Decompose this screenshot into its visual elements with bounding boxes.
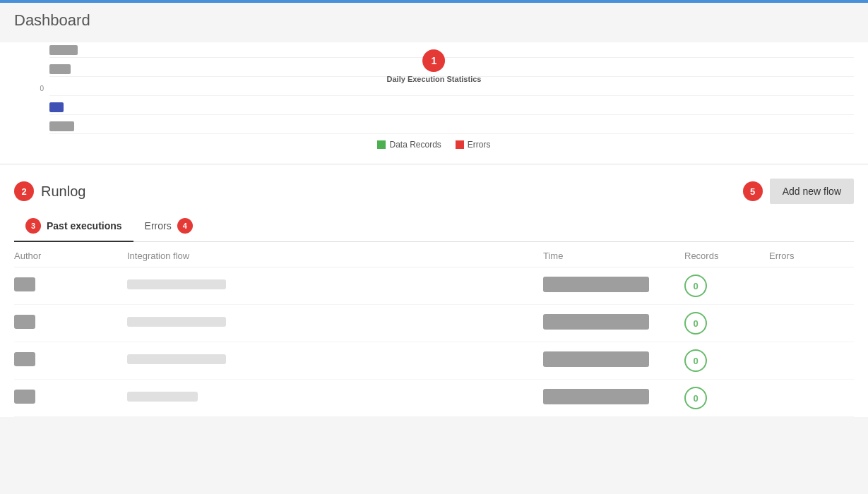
table-row: 0	[14, 380, 854, 417]
errors-badge: 4	[177, 218, 193, 234]
time-cell	[543, 314, 684, 332]
flow-name-placeholder	[127, 317, 226, 327]
records-cell: 0	[684, 387, 769, 409]
add-flow-badge: 5	[743, 181, 763, 201]
runlog-actions: 5 Add new flow	[743, 179, 854, 204]
runlog-header: 2 Runlog 5 Add new flow	[14, 179, 854, 204]
avatar	[14, 315, 35, 329]
runlog-badge: 2	[14, 181, 34, 201]
tab-past-executions-label: Past executions	[47, 220, 122, 231]
chart-bar-0	[49, 45, 78, 55]
legend-red-dot	[456, 140, 464, 149]
page-title: Dashboard	[0, 3, 868, 35]
past-executions-badge: 3	[25, 218, 41, 234]
table-row: 0	[14, 267, 854, 305]
flow-cell	[127, 279, 543, 292]
y-axis-zero: 0	[40, 85, 44, 92]
records-badge: 0	[684, 275, 707, 297]
col-records: Records	[684, 251, 769, 261]
flow-cell	[127, 392, 543, 404]
runlog-section: 2 Runlog 5 Add new flow 3 Past execution…	[0, 164, 868, 242]
flow-cell	[127, 354, 543, 367]
time-placeholder	[543, 314, 649, 330]
avatar	[14, 352, 35, 366]
chart-bar-1	[49, 64, 71, 74]
col-time: Time	[543, 251, 684, 261]
records-badge: 0	[684, 312, 707, 335]
main-content: 1 Daily Execution Statistics 0	[0, 42, 868, 417]
author-cell	[14, 390, 127, 406]
legend-data-records-label: Data Records	[389, 140, 441, 150]
table-row: 0	[14, 305, 854, 342]
legend-errors-label: Errors	[468, 140, 491, 150]
runlog-title-area: 2 Runlog	[14, 181, 85, 201]
tab-errors-label: Errors	[145, 220, 172, 231]
table-header: Author Integration flow Time Records Err…	[14, 242, 854, 267]
chart-y-axis: 0	[14, 42, 49, 134]
time-cell	[543, 277, 684, 295]
chart-title: Daily Execution Statistics	[387, 75, 482, 83]
flow-cell	[127, 317, 543, 330]
time-cell	[543, 351, 684, 370]
runlog-title: Runlog	[41, 183, 85, 200]
chart-row-4	[49, 119, 854, 134]
flow-name-placeholder	[127, 354, 226, 364]
legend-data-records: Data Records	[377, 140, 441, 150]
add-new-flow-button[interactable]: Add new flow	[770, 179, 854, 204]
records-badge: 0	[684, 349, 707, 372]
chart-badge: 1 Daily Execution Statistics	[387, 49, 482, 83]
chart-legend: Data Records Errors	[14, 140, 854, 150]
chart-row-3	[49, 100, 854, 115]
avatar	[14, 390, 35, 404]
tabs: 3 Past executions Errors 4	[14, 211, 854, 242]
author-cell	[14, 277, 127, 294]
tab-past-executions[interactable]: 3 Past executions	[14, 211, 133, 242]
chart-section: 1 Daily Execution Statistics 0	[0, 42, 868, 164]
chart-badge-number: 1	[422, 49, 445, 72]
time-placeholder	[543, 389, 649, 404]
flow-name-placeholder	[127, 279, 226, 289]
chart-bar-4	[49, 121, 74, 131]
legend-errors: Errors	[456, 140, 491, 150]
col-integration-flow: Integration flow	[127, 251, 543, 261]
time-placeholder	[543, 277, 649, 292]
time-cell	[543, 389, 684, 407]
records-cell: 0	[684, 312, 769, 335]
tab-errors[interactable]: Errors 4	[133, 211, 204, 242]
col-author: Author	[14, 251, 127, 261]
col-errors: Errors	[769, 251, 854, 261]
records-cell: 0	[684, 275, 769, 297]
records-badge: 0	[684, 387, 707, 409]
legend-green-dot	[377, 140, 386, 149]
time-placeholder	[543, 351, 649, 367]
avatar	[14, 277, 35, 291]
author-cell	[14, 352, 127, 369]
records-cell: 0	[684, 349, 769, 372]
chart-bar-3-blue	[49, 102, 64, 112]
flow-name-placeholder	[127, 392, 198, 402]
table-row: 0	[14, 342, 854, 380]
table-container: Author Integration flow Time Records Err…	[0, 242, 868, 417]
author-cell	[14, 315, 127, 332]
